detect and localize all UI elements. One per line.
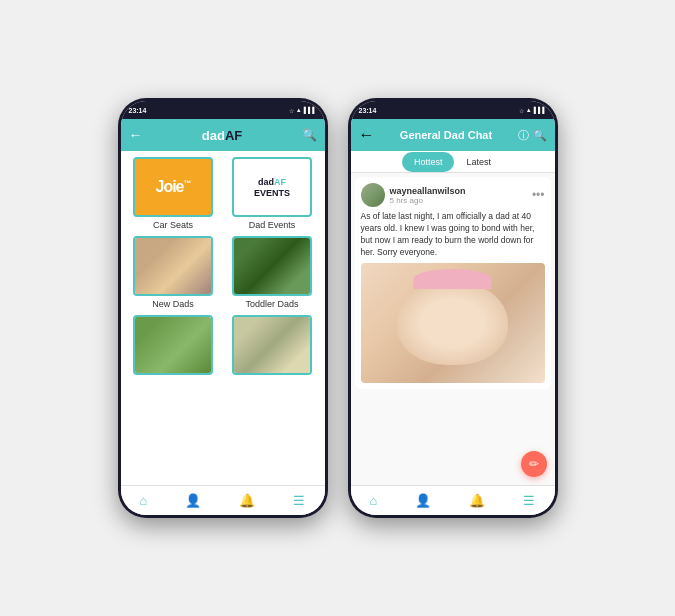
back-button-1[interactable]: ← [129, 127, 143, 143]
status-bar-2: 23:14 ☆ ▲ ▌▌▌ [351, 101, 555, 119]
post-header: wayneallanwilson 5 hrs ago ••• [361, 183, 545, 207]
avatar-image [361, 183, 385, 207]
tab-latest[interactable]: Latest [454, 152, 503, 172]
new-dads-photo [135, 238, 211, 294]
grid-item-group1[interactable] [127, 315, 220, 378]
group2-thumbnail [232, 315, 312, 375]
pink-hat [414, 269, 491, 289]
chat-header-icons: ⓘ 🔍 [518, 128, 547, 143]
toddler-dads-label: Toddler Dads [245, 299, 298, 309]
grid-item-car-seats[interactable]: Joie™ Car Seats [127, 157, 220, 230]
nav-home-1[interactable]: ⌂ [140, 493, 148, 508]
grid-item-group2[interactable] [226, 315, 319, 378]
nav-menu-1[interactable]: ☰ [293, 493, 305, 508]
nav-profile-1[interactable]: 👤 [185, 493, 201, 508]
app-logo-1: dadAF [202, 128, 242, 143]
info-button[interactable]: ⓘ [518, 128, 529, 143]
grid-item-dad-events[interactable]: dadAF EVENTS Dad Events [226, 157, 319, 230]
bottom-nav-1: ⌂ 👤 🔔 ☰ [121, 485, 325, 515]
post-image [361, 263, 545, 383]
nav-notifications-1[interactable]: 🔔 [239, 493, 255, 508]
more-button[interactable]: ••• [532, 188, 545, 202]
dadaf-events-text: EVENTS [254, 188, 290, 198]
chat-title: General Dad Chat [400, 129, 492, 141]
phone-1: 23:14 ☆ ▲ ▌▌▌ ← dadAF 🔍 [118, 98, 328, 518]
chat-content: wayneallanwilson 5 hrs ago ••• As of lat… [351, 173, 555, 485]
grid-item-toddler-dads[interactable]: Toddler Dads [226, 236, 319, 309]
nav-menu-2[interactable]: ☰ [523, 493, 535, 508]
new-dads-label: New Dads [152, 299, 194, 309]
status-bar-1: 23:14 ☆ ▲ ▌▌▌ [121, 101, 325, 119]
grid-item-new-dads[interactable]: New Dads [127, 236, 220, 309]
time-1: 23:14 [129, 107, 147, 114]
chat-header: ← General Dad Chat ⓘ 🔍 [351, 119, 555, 151]
dadaf-events-thumbnail: dadAF EVENTS [232, 157, 312, 217]
status-icons-1: ☆ ▲ ▌▌▌ [289, 107, 317, 114]
logo-dad: dad [202, 128, 225, 143]
baby-face [397, 281, 507, 365]
joie-thumbnail: Joie™ [133, 157, 213, 217]
compose-icon: ✏ [529, 457, 539, 471]
status-icons-2: ☆ ▲ ▌▌▌ [519, 107, 547, 114]
category-grid: Joie™ Car Seats dadAF EVENTS Dad Events [121, 151, 325, 485]
logo-af: AF [225, 128, 242, 143]
dadaf-events-logo: dadAF [258, 177, 286, 187]
post-username: wayneallanwilson [390, 186, 466, 196]
app-header-1: ← dadAF 🔍 [121, 119, 325, 151]
tab-bar: Hottest Latest [351, 151, 555, 173]
search-button-1[interactable]: 🔍 [302, 128, 317, 142]
car-seats-label: Car Seats [153, 220, 193, 230]
compose-fab-button[interactable]: ✏ [521, 451, 547, 477]
bottom-nav-2: ⌂ 👤 🔔 ☰ [351, 485, 555, 515]
search-button-2[interactable]: 🔍 [533, 129, 547, 142]
group2-photo [234, 317, 310, 373]
avatar [361, 183, 385, 207]
nav-profile-2[interactable]: 👤 [415, 493, 431, 508]
group1-photo [135, 317, 211, 373]
nav-home-2[interactable]: ⌂ [370, 493, 378, 508]
post-user-text: wayneallanwilson 5 hrs ago [390, 186, 466, 205]
dad-events-label: Dad Events [249, 220, 296, 230]
group1-thumbnail [133, 315, 213, 375]
toddler-dads-thumbnail [232, 236, 312, 296]
toddler-dads-photo [234, 238, 310, 294]
post-card: wayneallanwilson 5 hrs ago ••• As of lat… [355, 177, 551, 389]
tab-hottest[interactable]: Hottest [402, 152, 455, 172]
nav-notifications-2[interactable]: 🔔 [469, 493, 485, 508]
new-dads-thumbnail [133, 236, 213, 296]
phone-2: 23:14 ☆ ▲ ▌▌▌ ← General Dad Chat ⓘ 🔍 [348, 98, 558, 518]
back-button-2[interactable]: ← [359, 126, 375, 144]
post-user-info: wayneallanwilson 5 hrs ago [361, 183, 466, 207]
joie-logo: Joie™ [155, 178, 190, 196]
time-2: 23:14 [359, 107, 377, 114]
baby-photo [361, 263, 545, 383]
post-text: As of late last night, I am officially a… [361, 211, 545, 259]
post-time: 5 hrs ago [390, 196, 466, 205]
